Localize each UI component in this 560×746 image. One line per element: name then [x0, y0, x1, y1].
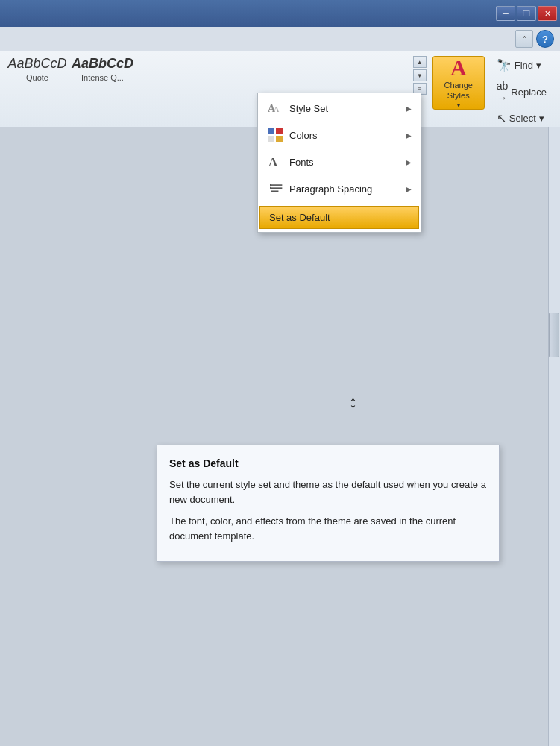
menu-paragraph-spacing-label: Paragraph Spacing — [289, 184, 400, 195]
find-icon: 🔭 — [497, 58, 512, 72]
change-styles-icon: A — [450, 57, 467, 79]
style-intense-quote[interactable]: AaBbCcD Intense Q... — [72, 56, 133, 82]
menu-item-colors[interactable]: Colors ▶ — [258, 122, 421, 148]
style-scroll-up[interactable]: ▲ — [413, 56, 427, 68]
fonts-icon: A — [267, 154, 283, 170]
select-arrow: ▾ — [539, 113, 544, 124]
replace-label: Replace — [511, 87, 547, 98]
svg-text:A: A — [268, 155, 278, 169]
style-set-icon: A A — [267, 100, 283, 116]
change-styles-arrow: ▾ — [457, 102, 460, 109]
menu-paragraph-spacing-arrow: ▶ — [406, 185, 412, 193]
find-label: Find — [515, 60, 533, 71]
replace-button[interactable]: ab→ Replace — [491, 78, 553, 106]
title-bar: ─ ❐ ✕ — [0, 0, 560, 27]
select-label: Select — [509, 113, 536, 124]
main-area: ˄ ? AaBbCcD Quote AaBbCcD Intense Q... ▲… — [0, 27, 560, 746]
menu-item-paragraph-spacing[interactable]: Paragraph Spacing ▶ — [258, 175, 421, 202]
close-button[interactable]: ✕ — [538, 6, 557, 21]
style-quote[interactable]: AaBbCcD Quote — [7, 56, 67, 82]
menu-fonts-label: Fonts — [289, 157, 400, 168]
svg-rect-2 — [268, 128, 274, 134]
style-intense-quote-label: Intense Q... — [81, 73, 124, 82]
para-spacing-icon — [267, 181, 283, 197]
style-gallery: AaBbCcD Quote AaBbCcD Intense Q... — [7, 56, 407, 82]
find-button[interactable]: 🔭 Find ▾ — [491, 56, 553, 75]
minimize-button[interactable]: ─ — [496, 6, 515, 21]
menu-colors-arrow: ▶ — [406, 131, 412, 140]
window-controls: ─ ❐ ✕ — [496, 6, 557, 21]
select-icon: ↖ — [497, 111, 506, 125]
help-row: ˄ ? — [0, 27, 560, 51]
select-button[interactable]: ↖ Select ▾ — [491, 109, 553, 128]
vertical-scrollbar[interactable] — [548, 127, 560, 746]
menu-fonts-arrow: ▶ — [406, 158, 412, 166]
svg-rect-5 — [276, 136, 283, 142]
change-styles-dropdown: A A Style Set ▶ Colors ▶ — [257, 93, 421, 233]
menu-colors-label: Colors — [289, 130, 400, 141]
help-button[interactable]: ? — [536, 30, 554, 48]
style-quote-label: Quote — [26, 73, 48, 82]
style-intense-quote-text: AaBbCcD — [72, 56, 133, 72]
menu-item-style-set[interactable]: A A Style Set ▶ — [258, 95, 421, 122]
colors-icon — [267, 127, 283, 143]
menu-item-set-default[interactable]: Set as Default — [259, 206, 419, 229]
menu-set-default-label: Set as Default — [269, 212, 409, 223]
replace-icon: ab→ — [497, 80, 509, 104]
restore-button[interactable]: ❐ — [517, 6, 536, 21]
find-arrow: ▾ — [536, 60, 541, 71]
tooltip-box: Set as Default Set the current style set… — [157, 445, 500, 562]
collapse-ribbon-button[interactable]: ˄ — [515, 30, 533, 48]
style-quote-text: AaBbCcD — [7, 56, 66, 72]
scrollbar-thumb[interactable] — [549, 313, 559, 357]
menu-divider — [261, 204, 418, 204]
change-styles-label: ChangeStyles — [444, 81, 473, 100]
svg-marker-10 — [270, 184, 271, 186]
svg-marker-11 — [270, 187, 271, 189]
menu-item-fonts[interactable]: A Fonts ▶ — [258, 148, 421, 175]
right-buttons: 🔭 Find ▾ ab→ Replace ↖ Select ▾ — [491, 56, 553, 128]
svg-rect-4 — [268, 136, 274, 142]
menu-style-set-label: Style Set — [289, 103, 400, 114]
style-scroll-buttons: ▲ ▼ ≡ — [413, 56, 427, 95]
tooltip-title: Set as Default — [169, 456, 487, 471]
style-scroll-down[interactable]: ▼ — [413, 69, 427, 81]
menu-style-set-arrow: ▶ — [406, 104, 412, 113]
tooltip-para2: The font, color, and effects from the th… — [169, 514, 487, 543]
svg-text:A: A — [274, 105, 280, 113]
svg-rect-3 — [276, 128, 283, 134]
change-styles-button[interactable]: A ChangeStyles ▾ — [432, 56, 485, 110]
tooltip-para1: Set the current style set and theme as t… — [169, 477, 487, 507]
